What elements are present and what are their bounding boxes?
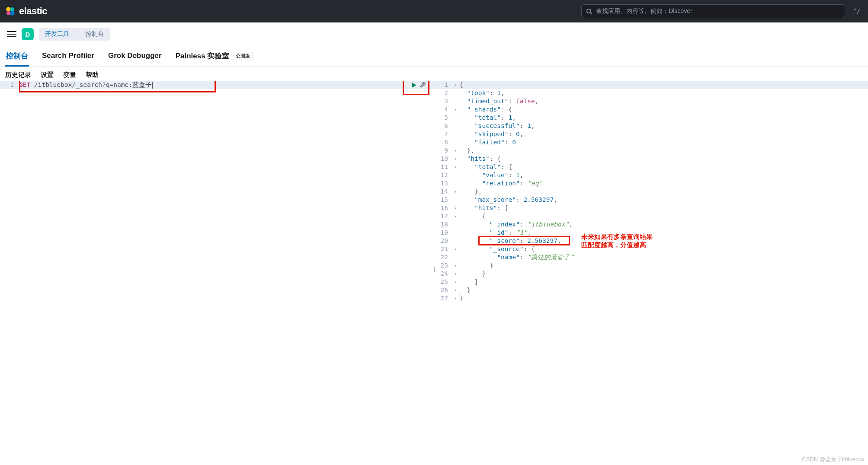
request-line[interactable]: 1 GET /itbluebox/_search?q=name:蓝盒子 bbox=[0, 81, 434, 89]
tab-console[interactable]: 控制台 bbox=[5, 46, 29, 67]
code-content: "_source": { bbox=[458, 245, 535, 253]
menu-toggle-button[interactable] bbox=[7, 29, 16, 39]
tab-search-profiler[interactable]: Search Profiler bbox=[41, 46, 95, 67]
line-number: 23 bbox=[434, 261, 452, 270]
response-line: 3 "timed_out": false, bbox=[434, 97, 868, 105]
toolbar-settings[interactable]: 设置 bbox=[41, 71, 54, 79]
response-line: 7 "skipped": 0, bbox=[434, 130, 868, 138]
code-content: "_index": "itbluebox", bbox=[458, 220, 573, 229]
response-line: 17▾ { bbox=[434, 212, 868, 220]
line-number: 10 bbox=[434, 155, 452, 163]
fold-toggle-icon[interactable]: ▾ bbox=[452, 245, 458, 253]
fold-toggle-icon[interactable]: ▾ bbox=[452, 286, 458, 294]
line-number: 26 bbox=[434, 286, 452, 294]
line-number: 12 bbox=[434, 171, 452, 179]
fold-toggle-icon[interactable]: ▾ bbox=[452, 188, 458, 196]
request-options-icon[interactable] bbox=[420, 82, 426, 88]
line-number: 18 bbox=[434, 220, 452, 229]
code-content: "hits": { bbox=[458, 155, 501, 163]
line-number: 9 bbox=[434, 147, 452, 155]
line-number: 17 bbox=[434, 212, 452, 220]
toolbar-history[interactable]: 历史记录 bbox=[5, 71, 31, 79]
fold-toggle-icon[interactable]: ▾ bbox=[452, 294, 458, 303]
response-line: 25▾ ] bbox=[434, 278, 868, 286]
code-content: "failed": 0 bbox=[458, 138, 516, 147]
response-line: 9▾ }, bbox=[434, 147, 868, 155]
annotation-text: 未来如果有多条查询结果 匹配度越高，分值越高 bbox=[581, 233, 653, 249]
line-number: 1 bbox=[0, 81, 18, 89]
line-number: 16 bbox=[434, 204, 452, 212]
text-cursor bbox=[152, 82, 153, 89]
response-line: 5 "total": 1, bbox=[434, 114, 868, 122]
response-line: 4▾ "_shards": { bbox=[434, 105, 868, 114]
logo-area[interactable]: elastic bbox=[5, 6, 47, 17]
fold-toggle-icon bbox=[452, 130, 458, 138]
fold-toggle-icon bbox=[452, 253, 458, 261]
request-pane[interactable]: 1 GET /itbluebox/_search?q=name:蓝盒子 bbox=[0, 81, 434, 456]
line-number: 19 bbox=[434, 229, 452, 237]
response-line: 22 "name": "疯狂的蓝盒子" bbox=[434, 253, 868, 261]
fold-toggle-icon[interactable]: ▾ bbox=[452, 204, 458, 212]
response-line: 23▾ } bbox=[434, 261, 868, 270]
fold-toggle-icon[interactable]: ▾ bbox=[452, 261, 458, 270]
fold-toggle-icon[interactable]: ▾ bbox=[452, 163, 458, 171]
response-line: 13 "relation": "eq" bbox=[434, 179, 868, 188]
code-content: "_shards": { bbox=[458, 105, 512, 114]
response-pane[interactable]: 1▾{2 "took": 1,3 "timed_out": false,4▾ "… bbox=[434, 81, 868, 456]
code-content: } bbox=[458, 286, 471, 294]
response-line: 18 "_index": "itbluebox", bbox=[434, 220, 868, 229]
line-number: 13 bbox=[434, 179, 452, 188]
fold-toggle-icon[interactable]: ▾ bbox=[452, 270, 458, 278]
line-number: 2 bbox=[434, 89, 452, 97]
line-number: 7 bbox=[434, 130, 452, 138]
response-line: 2 "took": 1, bbox=[434, 89, 868, 97]
fold-toggle-icon[interactable]: ▾ bbox=[452, 105, 458, 114]
fold-toggle-icon[interactable]: ▾ bbox=[452, 278, 458, 286]
response-line: 16▾ "hits": [ bbox=[434, 204, 868, 212]
fold-toggle-icon bbox=[452, 196, 458, 204]
line-number: 27 bbox=[434, 294, 452, 303]
line-number: 6 bbox=[434, 122, 452, 130]
fold-toggle-icon bbox=[452, 138, 458, 147]
line-number: 3 bbox=[434, 97, 452, 105]
fold-toggle-icon[interactable]: ▾ bbox=[452, 155, 458, 163]
tab-grok-debugger[interactable]: Grok Debugger bbox=[107, 46, 163, 67]
code-content: "timed_out": false, bbox=[458, 97, 538, 105]
run-request-icon[interactable] bbox=[411, 82, 417, 88]
code-content: }, bbox=[458, 147, 474, 155]
toolbar-help[interactable]: 帮助 bbox=[86, 71, 99, 79]
console-toolbar: 历史记录 设置 变量 帮助 bbox=[0, 67, 868, 81]
response-line: 15 "max_score": 2.563297, bbox=[434, 196, 868, 204]
editor-area: 1 GET /itbluebox/_search?q=name:蓝盒子 || 1… bbox=[0, 81, 868, 456]
svg-point-1 bbox=[10, 7, 14, 11]
fold-toggle-icon bbox=[452, 122, 458, 130]
tab-painless-lab[interactable]: Painless 实验室 公测版 bbox=[175, 46, 254, 67]
toolbar-variables[interactable]: 变量 bbox=[63, 71, 76, 79]
response-line: 27▾} bbox=[434, 294, 868, 303]
response-line: 11▾ "total": { bbox=[434, 163, 868, 171]
space-selector-button[interactable]: D bbox=[22, 28, 34, 40]
breadcrumb-dev-tools[interactable]: 开发工具 bbox=[39, 28, 76, 41]
code-content: "_id": "1", bbox=[458, 229, 531, 237]
line-number: 1 bbox=[434, 81, 452, 89]
svg-line-5 bbox=[590, 13, 592, 14]
line-number: 4 bbox=[434, 105, 452, 114]
breadcrumb-console[interactable]: 控制台 bbox=[76, 28, 110, 41]
line-number: 11 bbox=[434, 163, 452, 171]
global-search-wrap: 查找应用、内容等。例如：Discover bbox=[581, 4, 845, 18]
fold-toggle-icon[interactable]: ▾ bbox=[452, 147, 458, 155]
tab-painless-label: Painless 实验室 bbox=[176, 51, 230, 61]
fold-toggle-icon[interactable]: ▾ bbox=[452, 212, 458, 220]
global-search-input[interactable]: 查找应用、内容等。例如：Discover bbox=[581, 4, 845, 18]
code-content: "_score": 2.563297, bbox=[458, 237, 561, 245]
line-number: 25 bbox=[434, 278, 452, 286]
watermark: CSDN @蓝盒子itbluebox bbox=[802, 455, 865, 456]
beta-badge: 公测版 bbox=[233, 52, 253, 60]
tabs-row: 控制台 Search Profiler Grok Debugger Painle… bbox=[0, 46, 868, 67]
fold-toggle-icon[interactable]: ▾ bbox=[452, 81, 458, 89]
line-number: 22 bbox=[434, 253, 452, 261]
response-line: 1▾{ bbox=[434, 81, 868, 89]
response-line: 26▾ } bbox=[434, 286, 868, 294]
response-line: 6 "successful": 1, bbox=[434, 122, 868, 130]
response-line: 24▾ } bbox=[434, 270, 868, 278]
